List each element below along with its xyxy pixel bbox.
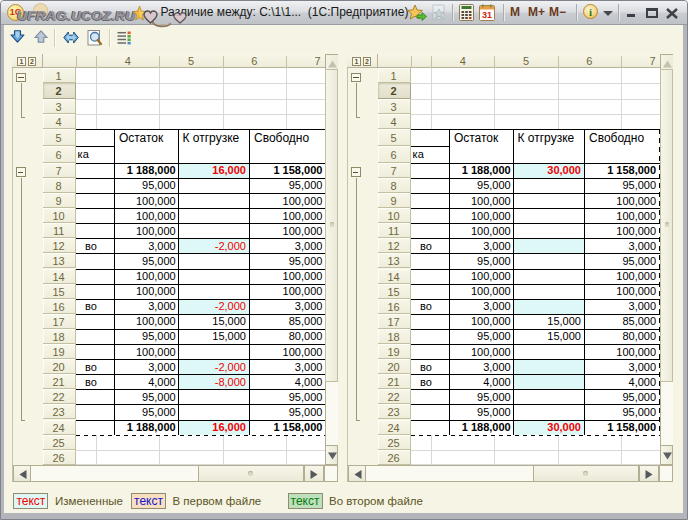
svg-text:31: 31 [482,10,492,20]
